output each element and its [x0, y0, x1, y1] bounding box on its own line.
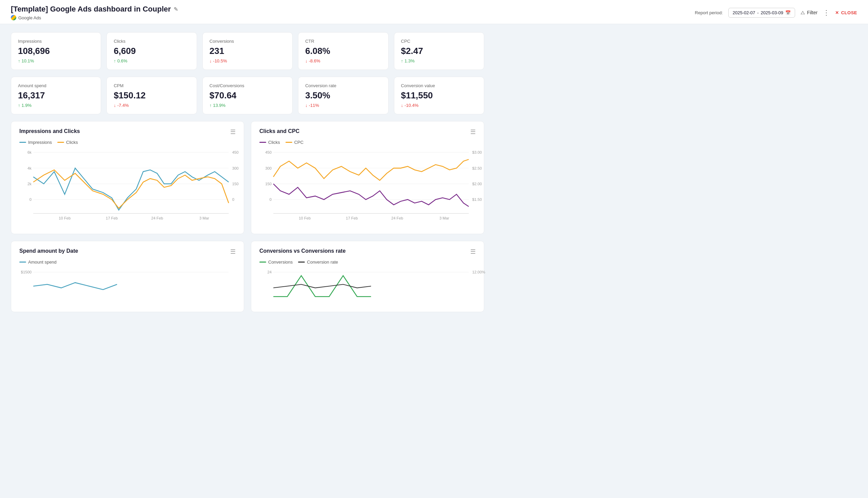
date-separator: -: [757, 10, 759, 15]
close-label: CLOSE: [841, 10, 857, 15]
impressions-line-indicator: [19, 142, 26, 143]
chart-header: Impressions and Clicks ☰: [19, 128, 236, 136]
close-icon: ✕: [835, 10, 839, 15]
arrow-down-icon: ↓: [113, 103, 116, 108]
chart-svg: 24 12.00%: [259, 269, 476, 304]
arrow-up-icon: ↑: [113, 58, 116, 63]
kpi-card: Cost/Conversions $70.64 ↑ 13.9%: [202, 77, 293, 114]
svg-text:450: 450: [232, 150, 239, 154]
page-title: [Template] Google Ads dashboard in Coupl…: [11, 5, 178, 14]
svg-text:17 Feb: 17 Feb: [346, 216, 358, 220]
chart-area: 24 12.00%: [259, 269, 476, 305]
chart-menu-icon[interactable]: ☰: [470, 128, 476, 136]
clicks-cpc-chart: Clicks and CPC ☰ Clicks CPC: [251, 121, 484, 234]
kpi-change: ↑ 1.9%: [18, 103, 94, 108]
arrow-down-icon: ↓: [305, 103, 308, 108]
dashboard: Impressions 108,696 ↑ 10.1% Clicks 6,609…: [0, 24, 495, 327]
header: [Template] Google Ads dashboard in Coupl…: [0, 0, 868, 24]
conversions-label: Conversions: [268, 260, 293, 265]
kpi-change: ↑ 1.3%: [401, 58, 477, 63]
svg-text:17 Feb: 17 Feb: [106, 216, 118, 220]
svg-text:300: 300: [232, 166, 239, 170]
filter-button[interactable]: ⧍ Filter: [801, 10, 817, 16]
cpc-label: CPC: [294, 140, 304, 145]
chart-svg: $1500: [19, 269, 236, 304]
kpi-change-value: -8.6%: [309, 58, 320, 63]
chart-legend: Conversions Conversion rate: [259, 260, 476, 265]
chart-title: Impressions and Clicks: [19, 128, 80, 134]
svg-text:150: 150: [232, 182, 239, 186]
amount-spend-line-indicator: [19, 262, 26, 263]
legend-impressions: Impressions: [19, 140, 52, 145]
arrow-up-icon: ↑: [401, 58, 403, 63]
svg-text:450: 450: [265, 150, 271, 154]
kpi-change: ↑ 10.1%: [18, 58, 94, 63]
chart-header: Clicks and CPC ☰: [259, 128, 476, 136]
kpi-change-value: 10.1%: [22, 58, 34, 63]
filter-icon: ⧍: [801, 10, 805, 16]
svg-text:150: 150: [265, 182, 271, 186]
clicks-line-indicator: [57, 142, 64, 143]
kpi-label: Amount spend: [18, 83, 94, 88]
kpi-label: CPM: [113, 83, 189, 88]
kpi-label: CTR: [305, 39, 381, 44]
kpi-change: ↑ 13.9%: [210, 103, 285, 108]
kpi-card: CPM $150.12 ↓ -7.4%: [106, 77, 197, 114]
chart-menu-icon[interactable]: ☰: [230, 248, 236, 255]
title-text: [Template] Google Ads dashboard in Coupl…: [11, 5, 171, 14]
legend-conversions: Conversions: [259, 260, 293, 265]
kpi-label: Conversion value: [401, 83, 477, 88]
subtitle-text: Google Ads: [18, 15, 41, 21]
kpi-change-value: 13.9%: [213, 103, 226, 108]
clicks-label: Clicks: [268, 140, 280, 145]
chart-header: Spend amount by Date ☰: [19, 248, 236, 255]
svg-text:$1500: $1500: [21, 270, 31, 274]
chart-svg: 6k 4k 2k 0 450 300 150 0 10: [19, 149, 236, 226]
google-ads-logo: [11, 15, 16, 21]
svg-text:3 Mar: 3 Mar: [439, 216, 449, 220]
kpi-value: 16,317: [18, 90, 94, 101]
kpi-card: Conversions 231 ↓ -10.5%: [202, 32, 293, 70]
svg-text:10 Feb: 10 Feb: [59, 216, 70, 220]
close-button[interactable]: ✕ CLOSE: [835, 10, 857, 15]
kpi-card: Impressions 108,696 ↑ 10.1%: [11, 32, 101, 70]
kpi-change-value: -11%: [309, 103, 319, 108]
legend-cpc: CPC: [285, 140, 304, 145]
kpi-card: Amount spend 16,317 ↑ 1.9%: [11, 77, 101, 114]
spend-amount-chart: Spend amount by Date ☰ Amount spend $150…: [11, 241, 244, 312]
svg-text:12.00%: 12.00%: [472, 270, 485, 274]
kpi-value: 6,609: [113, 46, 189, 56]
arrow-down-icon: ↓: [401, 103, 403, 108]
svg-text:$1.50: $1.50: [472, 197, 482, 201]
legend-conversion-rate: Conversion rate: [298, 260, 338, 265]
kpi-change: ↓ -10.4%: [401, 103, 477, 108]
kpi-value: 231: [210, 46, 285, 56]
chart-menu-icon[interactable]: ☰: [230, 128, 236, 136]
charts-row-2: Spend amount by Date ☰ Amount spend $150…: [11, 241, 484, 312]
amount-spend-label: Amount spend: [28, 260, 57, 265]
edit-icon[interactable]: ✎: [174, 6, 178, 13]
kpi-card: Conversion value $11,550 ↓ -10.4%: [394, 77, 484, 114]
chart-legend: Clicks CPC: [259, 140, 476, 145]
legend-clicks: Clicks: [57, 140, 78, 145]
kpi-label: CPC: [401, 39, 477, 44]
kpi-label: Impressions: [18, 39, 94, 44]
kpi-change-value: 0.6%: [117, 58, 128, 63]
kpi-change: ↓ -7.4%: [113, 103, 189, 108]
more-options-button[interactable]: ⋮: [823, 9, 830, 17]
svg-text:0: 0: [29, 197, 31, 201]
charts-row-1: Impressions and Clicks ☰ Impressions Cli…: [11, 121, 484, 234]
kpi-change: ↓ -8.6%: [305, 58, 381, 63]
svg-text:6k: 6k: [27, 150, 31, 154]
kpi-label: Cost/Conversions: [210, 83, 285, 88]
date-range-picker[interactable]: 2025-02-07 - 2025-03-09 📅: [728, 8, 795, 18]
chart-menu-icon[interactable]: ☰: [470, 248, 476, 255]
kpi-value: $70.64: [210, 90, 285, 101]
chart-header: Conversions vs Conversions rate ☰: [259, 248, 476, 255]
kpi-change-value: -10.5%: [213, 58, 227, 63]
svg-text:0: 0: [269, 197, 271, 201]
kpi-card: Conversion rate 3.50% ↓ -11%: [298, 77, 388, 114]
kpi-row-1: Impressions 108,696 ↑ 10.1% Clicks 6,609…: [11, 32, 484, 70]
chart-legend: Amount spend: [19, 260, 236, 265]
kpi-change-value: 1.9%: [22, 103, 32, 108]
